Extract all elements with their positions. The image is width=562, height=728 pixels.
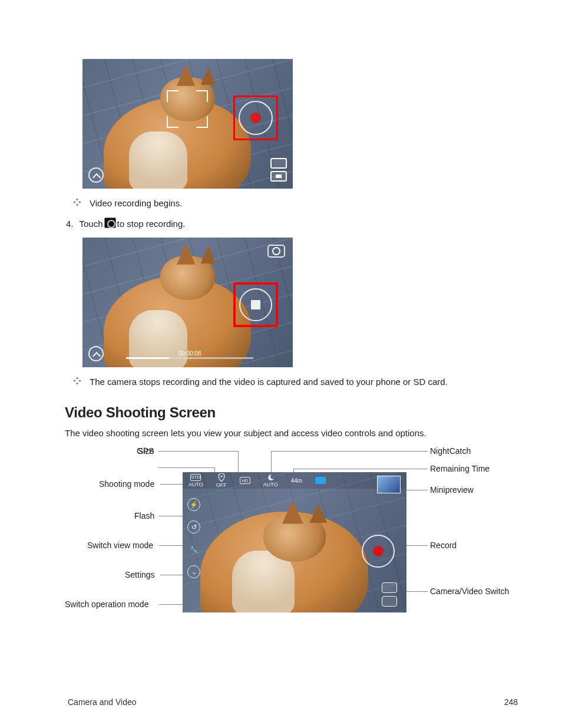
switch-view-icon[interactable]: ↺ xyxy=(187,521,200,533)
svg-marker-1 xyxy=(280,174,282,179)
svg-rect-4 xyxy=(78,201,81,203)
diamond-bullet-icon xyxy=(72,375,82,388)
label-remaining-time: Remaining Time xyxy=(430,464,490,473)
camera-mode-icon[interactable] xyxy=(270,158,287,169)
stop-icon xyxy=(104,218,116,228)
chevron-up-icon[interactable] xyxy=(88,167,104,183)
video-record-start-screenshot xyxy=(82,59,293,189)
label-switch-view: Switch view mode xyxy=(87,541,153,550)
mode-switch-buttons xyxy=(270,158,287,184)
step-4: 4. Touch to stop recording. xyxy=(66,218,518,229)
remaining-time-value: 44m xyxy=(291,477,302,484)
svg-point-10 xyxy=(220,475,222,477)
bullet-text: The camera stops recording and the video… xyxy=(90,377,448,387)
annotated-screenshot: STDAUTO OFF AUTO 44m ⚡ ↺ 🔧 ⌄ xyxy=(183,472,406,612)
video-mode-icon[interactable] xyxy=(382,596,397,607)
label-record: Record xyxy=(430,541,457,550)
stop-button-highlight xyxy=(233,282,278,327)
camera-topbar: STDAUTO OFF AUTO 44m xyxy=(183,472,406,489)
switch-operation-icon[interactable]: ⌄ xyxy=(187,565,200,578)
camera-mode-icon[interactable] xyxy=(382,582,397,593)
settings-icon[interactable]: 🔧 xyxy=(187,543,200,556)
battery-icon xyxy=(315,477,326,484)
svg-rect-9 xyxy=(76,382,78,384)
step-text-before: Touch xyxy=(80,219,103,229)
section-heading: Video Shooting Screen xyxy=(65,404,518,421)
nightcatch-icon[interactable]: AUTO xyxy=(263,474,278,487)
gps-icon[interactable]: OFF xyxy=(216,473,227,488)
recording-timeline: 00:00:08 xyxy=(126,352,253,360)
label-nightcatch: NightCatch xyxy=(430,446,471,456)
video-mode-icon[interactable] xyxy=(270,171,287,182)
svg-rect-5 xyxy=(76,203,78,206)
footer-page: 248 xyxy=(504,697,518,707)
bullet-text: Video recording begins. xyxy=(90,198,182,208)
video-record-stop-screenshot: 00:00:08 xyxy=(82,238,293,367)
svg-rect-7 xyxy=(73,380,75,382)
label-shooting-mode: Shooting mode xyxy=(99,479,154,489)
label-flash: Flash xyxy=(134,511,154,521)
flash-icon[interactable]: ⚡ xyxy=(187,498,200,511)
camera-capture-icon[interactable] xyxy=(267,245,285,258)
label-gps: GPS xyxy=(137,446,154,456)
record-button-highlight xyxy=(233,95,278,140)
chevron-up-icon[interactable] xyxy=(88,346,104,361)
label-cam-video-switch: Camera/Video Switch xyxy=(430,587,509,596)
label-settings: Settings xyxy=(125,570,155,579)
svg-rect-8 xyxy=(78,380,81,382)
stop-button[interactable] xyxy=(239,288,272,321)
step-number: 4. xyxy=(66,219,74,229)
bullet-begins: Video recording begins. xyxy=(72,197,518,209)
label-switch-op: Switch operation mode xyxy=(65,599,148,609)
svg-rect-0 xyxy=(276,174,280,178)
section-intro: The video shooting screen lets you view … xyxy=(65,428,518,438)
step-text-after: to stop recording. xyxy=(117,219,186,229)
svg-rect-6 xyxy=(76,377,78,379)
size-icon[interactable] xyxy=(240,477,250,484)
label-minipreview: Minipreview xyxy=(430,485,474,495)
record-button[interactable] xyxy=(362,535,395,568)
focus-indicator xyxy=(167,90,208,128)
diamond-bullet-icon xyxy=(72,197,82,209)
bullet-stops: The camera stops recording and the video… xyxy=(72,375,518,388)
footer-section: Camera and Video xyxy=(68,697,136,707)
page-footer: Camera and Video 248 xyxy=(68,697,518,707)
minipreview-thumbnail[interactable] xyxy=(377,476,401,493)
camera-video-switch[interactable] xyxy=(382,582,397,607)
video-shooting-screen-diagram: Size GPS Shooting mode Flash Switch view… xyxy=(65,446,516,623)
shooting-mode-icon[interactable]: STDAUTO xyxy=(189,474,203,487)
record-button[interactable] xyxy=(239,101,273,135)
recording-timer: 00:00:08 xyxy=(178,350,201,357)
svg-rect-3 xyxy=(73,201,75,203)
svg-rect-2 xyxy=(76,198,78,200)
